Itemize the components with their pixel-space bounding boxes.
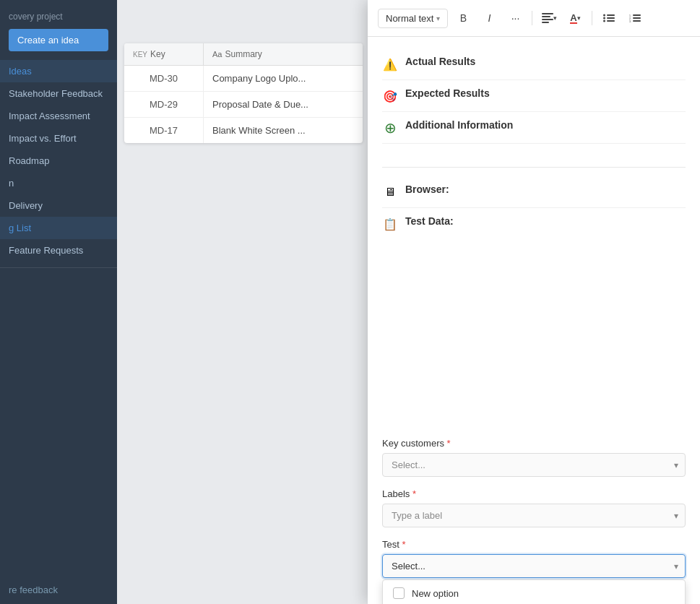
- svg-text:3.: 3.: [629, 20, 631, 23]
- row-key: MD-29: [124, 92, 204, 117]
- browser-section: 🖥 Browser:: [382, 176, 686, 208]
- test-dropdown-container: Select... New option New option: [382, 554, 686, 578]
- project-name: covery project: [0, 6, 117, 25]
- key-label: Key: [150, 49, 165, 59]
- required-star: *: [402, 539, 405, 550]
- key-customers-select[interactable]: Select...: [382, 453, 686, 477]
- row-key: MD-17: [124, 118, 204, 143]
- additional-info-section: ⊕ Additional Information: [382, 112, 686, 144]
- test-select-wrapper: Select...: [382, 554, 686, 578]
- spacer: [382, 144, 686, 158]
- chevron-down-icon: ▾: [553, 14, 557, 22]
- additional-info-title: Additional Information: [405, 119, 513, 131]
- key-customers-group: Key customers * Select...: [382, 438, 686, 477]
- svg-rect-2: [542, 19, 553, 20]
- text-style-selector[interactable]: Normal text ▾: [378, 9, 448, 28]
- form-section: Key customers * Select... Labels * Type …: [368, 438, 700, 604]
- divider: [382, 167, 686, 168]
- table-header: KEY Key Aa Summary: [124, 43, 363, 66]
- toolbar-separator: [592, 11, 592, 25]
- sidebar-item-roadmap[interactable]: Roadmap: [0, 150, 117, 172]
- labels-select[interactable]: Type a label: [382, 504, 686, 527]
- summary-icon: Aa: [212, 50, 222, 59]
- italic-button[interactable]: I: [478, 7, 500, 29]
- svg-rect-7: [607, 17, 615, 19]
- test-data-section: 📋 Test Data:: [382, 208, 686, 239]
- new-option-item[interactable]: New option New option: [383, 580, 685, 604]
- row-summary: Proposal Date & Due...: [204, 92, 363, 117]
- sidebar-divider: [0, 267, 117, 268]
- svg-rect-1: [542, 16, 550, 17]
- sidebar-item-ideas[interactable]: Ideas: [0, 60, 117, 82]
- chevron-down-icon: ▾: [577, 14, 581, 22]
- key-icon: KEY: [133, 51, 147, 59]
- sidebar-item-glist[interactable]: g List: [0, 217, 117, 239]
- sidebar-item-delivery[interactable]: Delivery: [0, 194, 117, 217]
- row-key: MD-30: [124, 66, 204, 91]
- bullet-list-icon: [603, 14, 615, 22]
- row-summary: Company Logo Uplo...: [204, 66, 363, 91]
- sidebar-item-feature-requests[interactable]: Feature Requests: [0, 239, 117, 262]
- labels-label: Labels *: [382, 488, 686, 499]
- svg-point-4: [603, 14, 605, 17]
- sidebar-item-impact-effort[interactable]: Impact vs. Effort: [0, 127, 117, 150]
- actual-results-title: Actual Results: [405, 56, 475, 67]
- create-idea-button[interactable]: Create an idea: [9, 29, 108, 51]
- labels-group: Labels * Type a label: [382, 488, 686, 527]
- sidebar-item-stakeholder[interactable]: Stakeholder Feedback: [0, 82, 117, 105]
- sidebar-footer-feedback[interactable]: re feedback: [0, 576, 117, 604]
- new-option-label: New option: [412, 588, 459, 599]
- browser-title: Browser:: [405, 184, 449, 195]
- required-star: *: [447, 438, 451, 449]
- color-a-label: A: [570, 13, 576, 24]
- summary-label: Summary: [225, 49, 262, 59]
- expected-results-title: Expected Results: [405, 87, 490, 99]
- test-select[interactable]: Select...: [382, 554, 686, 578]
- clipboard-icon: 📋: [382, 216, 398, 232]
- test-data-title: Test Data:: [405, 215, 454, 227]
- table-row[interactable]: MD-29 Proposal Date & Due...: [124, 92, 363, 118]
- svg-rect-3: [542, 22, 549, 23]
- toolbar-separator: [532, 11, 532, 25]
- svg-rect-13: [633, 17, 641, 19]
- required-star: *: [412, 488, 416, 499]
- more-options-button[interactable]: ···: [504, 7, 526, 29]
- target-icon: 🎯: [382, 88, 398, 104]
- test-label: Test *: [382, 539, 686, 550]
- key-customers-label: Key customers *: [382, 438, 686, 449]
- sidebar-item-n[interactable]: n: [0, 172, 117, 194]
- labels-select-wrapper: Type a label: [382, 504, 686, 527]
- modal-body: ⚠️ Actual Results 🎯 Expected Results ⊕ A…: [368, 37, 700, 438]
- svg-rect-9: [607, 20, 615, 22]
- key-customers-select-wrapper: Select...: [382, 453, 686, 477]
- sidebar-item-impact-assessment[interactable]: Impact Assessment: [0, 105, 117, 127]
- row-summary: Blank White Screen ...: [204, 118, 363, 143]
- sidebar: covery project Create an idea Ideas Stak…: [0, 0, 117, 604]
- table-row[interactable]: MD-30 Company Logo Uplo...: [124, 66, 363, 92]
- text-color-button[interactable]: A ▾: [564, 7, 586, 29]
- align-icon: [542, 13, 553, 23]
- col-summary: Aa Summary: [204, 43, 363, 65]
- col-key: KEY Key: [124, 43, 204, 65]
- svg-point-6: [603, 17, 605, 20]
- bold-button[interactable]: B: [452, 7, 474, 29]
- new-option-checkbox[interactable]: [393, 587, 405, 599]
- issues-table: KEY Key Aa Summary MD-30 Company Logo Up…: [124, 43, 363, 143]
- numbered-list-button[interactable]: 1. 2. 3.: [624, 7, 646, 29]
- svg-rect-0: [542, 13, 553, 14]
- test-group: Test * Select... New option N: [382, 539, 686, 578]
- actual-results-section: ⚠️ Actual Results: [382, 48, 686, 80]
- test-dropdown-menu: New option New option: [382, 579, 686, 604]
- table-row[interactable]: MD-17 Blank White Screen ...: [124, 118, 363, 143]
- warning-icon: ⚠️: [382, 56, 398, 72]
- bullet-list-button[interactable]: [598, 7, 620, 29]
- align-button[interactable]: ▾: [538, 7, 560, 29]
- text-toolbar: Normal text ▾ B I ··· ▾ A ▾: [368, 0, 700, 37]
- expected-results-section: 🎯 Expected Results: [382, 80, 686, 112]
- text-style-label: Normal text: [386, 13, 433, 24]
- modal-panel: Normal text ▾ B I ··· ▾ A ▾: [368, 0, 700, 604]
- svg-point-8: [603, 20, 605, 22]
- svg-rect-15: [633, 20, 641, 22]
- svg-rect-11: [633, 14, 641, 16]
- svg-rect-5: [607, 14, 615, 16]
